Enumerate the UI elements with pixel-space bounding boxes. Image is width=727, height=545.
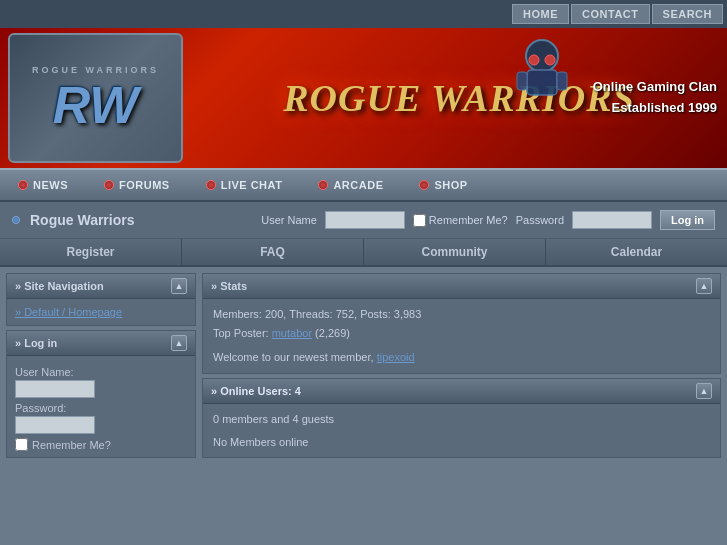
main-content: » Stats ▲ Members: 200, Threads: 752, Po…: [202, 273, 721, 539]
newest-member-link[interactable]: tipexoid: [377, 351, 415, 363]
site-title-text: ROGUE WARRIORS: [283, 76, 635, 120]
nav-forums[interactable]: FORUMS: [86, 179, 188, 191]
sidebar-nav-content: » Default / Homepage: [7, 299, 195, 325]
sidebar-password-label: Password:: [15, 402, 187, 414]
svg-rect-1: [527, 70, 557, 95]
sidebar-login-collapse-btn[interactable]: ▲: [171, 335, 187, 351]
online-section: » Online Users: 4 ▲ 0 members and 4 gues…: [202, 378, 721, 458]
online-title: » Online Users: 4: [211, 385, 301, 397]
site-header: ROGUE WARRIORS RW ROGUE WARRIORS Online …: [0, 28, 727, 168]
sidebar-nav-collapse-btn[interactable]: ▲: [171, 278, 187, 294]
svg-rect-3: [557, 72, 567, 90]
svg-rect-2: [517, 72, 527, 90]
sidebar-remember-group: Remember Me?: [15, 438, 187, 451]
online-body: 0 members and 4 guests No Members online: [203, 404, 720, 457]
login-bar: Rogue Warriors User Name Remember Me? Pa…: [0, 202, 727, 239]
nav-bullet-shop: [419, 180, 429, 190]
login-bullet-icon: [12, 216, 20, 224]
stats-collapse-btn[interactable]: ▲: [696, 278, 712, 294]
online-members-line: No Members online: [213, 433, 710, 452]
subnav-register[interactable]: Register: [0, 239, 182, 265]
header-title-area: ROGUE WARRIORS Online Gaming Clan Establ…: [191, 28, 727, 168]
sidebar-nav-section: » Site Navigation ▲ » Default / Homepage: [6, 273, 196, 326]
sidebar-username-input[interactable]: [15, 380, 95, 398]
login-button[interactable]: Log in: [660, 210, 715, 230]
robot-icon: [507, 38, 577, 118]
nav-bullet-arcade: [318, 180, 328, 190]
sidebar-login-content: User Name: Password: Remember Me?: [7, 356, 195, 457]
stats-newest-member: Welcome to our newest member, tipexoid: [213, 348, 710, 367]
main-navigation: NEWS FORUMS LIVE CHAT ARCADE SHOP: [0, 168, 727, 202]
svg-point-4: [529, 55, 539, 65]
sidebar-login-header: » Log in ▲: [7, 331, 195, 356]
subnav-community[interactable]: Community: [364, 239, 546, 265]
remember-me-group: Remember Me?: [413, 214, 508, 227]
home-button[interactable]: HOME: [512, 4, 569, 24]
subnav-calendar[interactable]: Calendar: [546, 239, 727, 265]
stats-title: » Stats: [211, 280, 247, 292]
stats-section: » Stats ▲ Members: 200, Threads: 752, Po…: [202, 273, 721, 374]
nav-arcade[interactable]: ARCADE: [300, 179, 401, 191]
username-input[interactable]: [325, 211, 405, 229]
svg-point-5: [545, 55, 555, 65]
online-guests-line: 0 members and 4 guests: [213, 410, 710, 429]
sidebar-login-title: » Log in: [15, 337, 57, 349]
sidebar-remember-label: Remember Me?: [32, 439, 111, 451]
login-bar-title: Rogue Warriors: [12, 212, 135, 228]
sidebar-username-label: User Name:: [15, 366, 187, 378]
username-label: User Name: [261, 214, 317, 226]
sidebar-login-section: » Log in ▲ User Name: Password: Remember…: [6, 330, 196, 458]
stats-header: » Stats ▲: [203, 274, 720, 299]
sub-navigation: Register FAQ Community Calendar: [0, 239, 727, 267]
stats-body: Members: 200, Threads: 752, Posts: 3,983…: [203, 299, 720, 373]
remember-me-checkbox[interactable]: [413, 214, 426, 227]
default-homepage-link[interactable]: » Default / Homepage: [15, 305, 187, 319]
header-tagline: Online Gaming Clan Established 1999: [593, 77, 717, 119]
sidebar-nav-title: » Site Navigation: [15, 280, 104, 292]
nav-bullet-livechat: [206, 180, 216, 190]
sidebar-password-input[interactable]: [15, 416, 95, 434]
top-navigation: HOME CONTACT SEARCH: [0, 0, 727, 28]
password-label: Password: [516, 214, 564, 226]
main-columns: » Site Navigation ▲ » Default / Homepage…: [0, 267, 727, 545]
sidebar-nav-header: » Site Navigation ▲: [7, 274, 195, 299]
contact-button[interactable]: CONTACT: [571, 4, 649, 24]
subnav-faq[interactable]: FAQ: [182, 239, 364, 265]
sidebar: » Site Navigation ▲ » Default / Homepage…: [6, 273, 196, 539]
password-input[interactable]: [572, 211, 652, 229]
nav-bullet-news: [18, 180, 28, 190]
stats-line1: Members: 200, Threads: 752, Posts: 3,983: [213, 305, 710, 324]
nav-news[interactable]: NEWS: [0, 179, 86, 191]
content-wrapper: Rogue Warriors User Name Remember Me? Pa…: [0, 202, 727, 545]
top-poster-link[interactable]: mutabor: [272, 327, 312, 339]
nav-bullet-forums: [104, 180, 114, 190]
nav-shop[interactable]: SHOP: [401, 179, 485, 191]
online-header: » Online Users: 4 ▲: [203, 379, 720, 404]
logo-box: ROGUE WARRIORS RW: [8, 33, 183, 163]
login-fields: User Name Remember Me? Password Log in: [261, 210, 715, 230]
nav-livechat[interactable]: LIVE CHAT: [188, 179, 301, 191]
online-collapse-btn[interactable]: ▲: [696, 383, 712, 399]
stats-top-poster: Top Poster: mutabor (2,269): [213, 324, 710, 343]
logo-small-text: ROGUE WARRIORS: [32, 65, 159, 75]
logo-letters: RW: [53, 79, 139, 131]
search-button[interactable]: SEARCH: [652, 4, 723, 24]
sidebar-remember-checkbox[interactable]: [15, 438, 28, 451]
remember-me-label: Remember Me?: [429, 214, 508, 226]
